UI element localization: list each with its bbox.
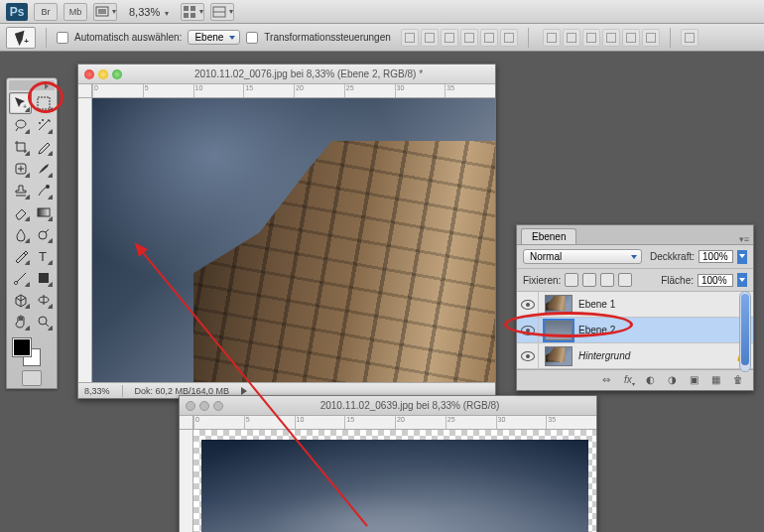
distribute-hcenter-icon[interactable] [622,29,640,47]
distribute-right-icon[interactable] [642,29,660,47]
current-tool-indicator[interactable]: + [6,27,36,49]
bridge-button[interactable]: Br [34,3,58,21]
document-canvas[interactable] [193,430,596,532]
align-left-icon[interactable] [460,29,478,47]
distribute-top-icon[interactable] [543,29,561,47]
status-doc-size[interactable]: Dok: 60,2 MB/164,0 MB [135,386,230,396]
ruler-tick: 35 [445,84,495,97]
brush-tool[interactable] [32,158,55,180]
distribute-bottom-icon[interactable] [582,29,600,47]
visibility-toggle[interactable] [517,292,539,317]
layer-thumbnail[interactable] [545,346,573,366]
3d-tool[interactable] [9,289,32,311]
layer-row[interactable]: Ebene 2 [517,318,753,343]
blur-tool[interactable] [9,223,32,245]
show-transform-checkbox[interactable] [246,32,258,44]
layer-thumbnail[interactable] [545,321,573,340]
visibility-toggle[interactable] [517,318,539,342]
shape-tool[interactable] [32,267,55,289]
arrange-documents-button[interactable]: ▾ [181,3,204,21]
distribute-vcenter-icon[interactable] [563,29,580,47]
close-window-icon[interactable] [84,69,94,79]
new-layer-icon[interactable]: ▦ [711,374,725,386]
layer-row[interactable]: Ebene 1 [517,292,753,318]
stamp-tool[interactable] [9,180,32,201]
document-titlebar[interactable]: 2010.11.02_0076.jpg bei 8,33% (Ebene 2, … [78,65,495,84]
auto-select-target-dropdown[interactable]: Ebene [188,30,240,45]
panel-menu-icon[interactable]: ▾≡ [739,234,749,244]
zoom-window-icon[interactable] [213,401,223,411]
path-tool[interactable] [9,267,32,289]
layers-scrollbar[interactable] [739,291,751,372]
horizontal-ruler[interactable]: 05101520253035 [180,416,596,430]
status-menu-icon[interactable] [241,387,251,395]
align-right-icon[interactable] [500,29,518,47]
history-tool[interactable] [32,180,55,201]
marquee-tool[interactable] [32,92,55,114]
new-group-icon[interactable]: ▣ [690,374,703,386]
auto-align-button[interactable] [681,29,699,47]
wand-tool[interactable] [32,114,55,136]
crop-tool[interactable] [9,136,32,158]
add-adjustment-icon[interactable]: ◑ [668,374,682,386]
view-extras-button[interactable]: ▾ [210,3,234,21]
fill-field[interactable]: 100% [698,274,733,287]
3dcam-tool[interactable] [32,289,55,311]
document-canvas[interactable] [92,98,495,382]
layer-fx-icon[interactable]: fx▾ [624,374,638,386]
minibridge-button[interactable]: Mb [64,3,87,21]
align-top-icon[interactable] [401,29,419,47]
type-tool[interactable]: T [32,245,55,267]
layer-row[interactable]: Hintergrund🔒 [517,343,753,369]
delete-layer-icon[interactable]: 🗑 [733,374,747,386]
layer-name[interactable]: Ebene 1 [578,299,615,310]
vertical-ruler[interactable] [78,98,92,382]
horizontal-ruler[interactable]: 05101520253035 [78,84,495,98]
auto-select-checkbox[interactable] [57,32,68,44]
align-vcenter-icon[interactable] [421,29,439,47]
lock-transparency-icon[interactable] [565,273,578,287]
vertical-ruler[interactable] [180,430,193,532]
lock-pixels-icon[interactable] [582,273,596,287]
fill-flyout-icon[interactable] [737,273,747,287]
heal-tool[interactable] [9,158,32,180]
hand-tool[interactable] [9,311,32,332]
layer-name[interactable]: Hintergrund [578,350,630,361]
visibility-toggle[interactable] [517,343,539,368]
pen-tool[interactable] [9,245,32,267]
color-swatches[interactable] [9,336,57,366]
status-zoom[interactable]: 8,33% [84,386,110,396]
quick-mask-toggle[interactable] [9,370,55,386]
close-window-icon[interactable] [186,401,195,411]
eyedropper-tool[interactable] [32,136,55,158]
distribute-left-icon[interactable] [602,29,620,47]
canvas-image [201,440,588,532]
opacity-flyout-icon[interactable] [737,250,747,264]
foreground-color-swatch[interactable] [13,338,31,356]
screen-mode-button[interactable]: ▾ [93,3,117,21]
move-tool[interactable]: + [9,92,32,114]
zoom-level-readout[interactable]: 8,33% ▾ [123,6,175,18]
zoom-window-icon[interactable] [112,69,122,79]
eraser-tool[interactable] [9,201,32,223]
tab-layers[interactable]: Ebenen [521,228,576,244]
toolbox-grip[interactable] [9,80,55,90]
gradient-tool[interactable] [32,201,55,223]
align-bottom-icon[interactable] [441,29,458,47]
minimize-window-icon[interactable] [98,69,108,79]
document-titlebar[interactable]: 2010.11.02_0639.jpg bei 8,33% (RGB/8) [180,396,596,416]
layer-thumbnail[interactable] [545,295,573,315]
align-hcenter-icon[interactable] [480,29,498,47]
lock-position-icon[interactable] [600,273,614,287]
link-layers-icon[interactable]: ⇔ [602,374,616,386]
zoom-tool[interactable] [32,311,55,332]
add-mask-icon[interactable]: ◐ [646,374,660,386]
layer-name[interactable]: Ebene 2 [578,325,615,335]
lock-all-icon[interactable] [618,273,632,287]
minimize-window-icon[interactable] [199,401,209,411]
lasso-tool[interactable] [9,114,32,136]
screen-mode-icon [94,4,110,20]
opacity-field[interactable]: 100% [699,250,733,263]
blend-mode-dropdown[interactable]: Normal [523,249,642,264]
dodge-tool[interactable] [32,223,55,245]
